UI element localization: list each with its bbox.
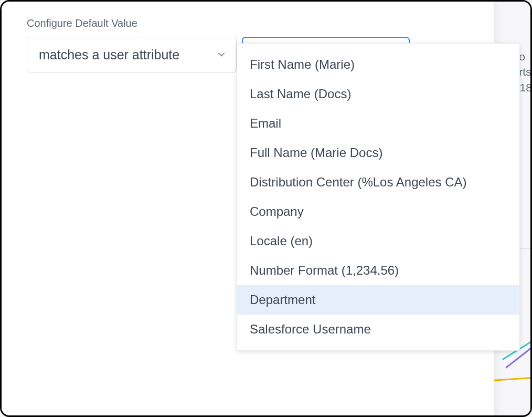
dropdown-option[interactable]: Full Name (Marie Docs)	[237, 138, 519, 168]
dropdown-option[interactable]: Last Name (Docs)	[237, 79, 519, 109]
attribute-dropdown: First Name (Marie)Last Name (Docs)EmailF…	[237, 43, 520, 351]
dropdown-option[interactable]: Distribution Center (%Los Angeles CA)	[237, 168, 519, 197]
dropdown-option[interactable]: Department	[237, 285, 519, 315]
chevron-down-icon	[216, 49, 227, 60]
field-row: matches a user attribute Department Firs…	[27, 37, 473, 72]
dropdown-option[interactable]: Company	[237, 197, 519, 226]
dropdown-option[interactable]: Email	[237, 109, 519, 138]
match-type-value: matches a user attribute	[39, 47, 179, 62]
match-type-select[interactable]: matches a user attribute	[27, 37, 237, 72]
configure-panel: Configure Default Value matches a user a…	[2, 2, 494, 415]
dropdown-option[interactable]: Salesforce Username	[237, 315, 519, 344]
dropdown-option[interactable]: First Name (Marie)	[237, 50, 519, 79]
dropdown-option[interactable]: Number Format (1,234.56)	[237, 256, 519, 285]
section-title: Configure Default Value	[27, 17, 473, 29]
dropdown-option[interactable]: Locale (en)	[237, 226, 519, 256]
